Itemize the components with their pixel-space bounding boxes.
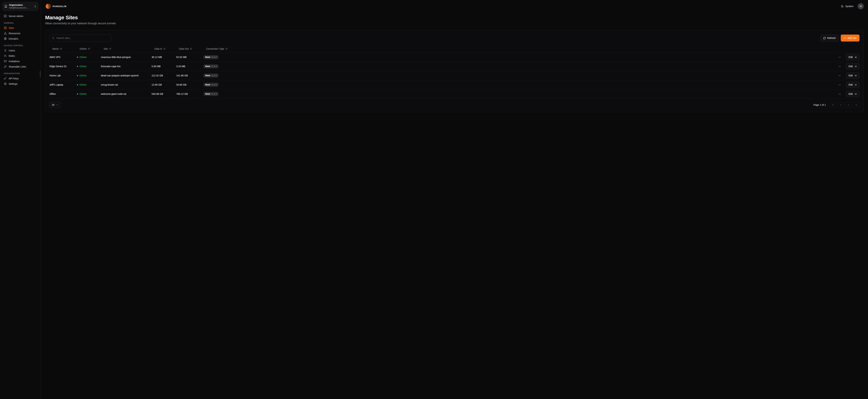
sidebar-item-users[interactable]: Users [2,48,38,53]
search-input[interactable] [56,36,109,39]
search-icon [52,37,55,39]
refresh-icon [823,37,826,39]
sidebar-item-settings[interactable]: Settings [2,81,38,87]
column-header-site[interactable]: Site [101,48,152,50]
connection-type-label: Newt [205,93,210,95]
site-status-cell: Online [77,74,101,77]
online-dot-icon [77,66,78,67]
row-menu-button[interactable] [837,64,842,69]
key-icon [4,77,7,80]
connection-version-label: v1.3.2 [211,84,217,86]
edit-button[interactable]: Edit [846,54,860,60]
sites-icon [4,26,7,29]
column-header-name[interactable]: Name [50,48,77,50]
table-header-row: Name Online Site Data In [50,45,860,53]
column-header-label: Name [52,48,59,50]
plus-icon [843,37,846,39]
add-site-button[interactable]: Add Site [841,35,860,41]
data-out-cell: 3.20 MB [176,65,203,68]
sort-icon [163,48,166,50]
data-in-cell: 534.98 GB [152,93,176,95]
edit-button[interactable]: Edit [846,82,860,88]
row-actions: Edit [244,82,860,88]
page-size-select[interactable]: 20 [50,102,61,108]
table-row: AWS VPC Online vivacious-little-blue-pen… [50,53,860,62]
sidebar-scrollbar-thumb[interactable] [40,71,40,77]
column-header-data-in[interactable]: Data In [152,48,176,50]
edit-label: Edit [848,74,853,77]
data-out-cell: 141.68 GB [176,74,203,77]
sidebar-item-label: Shareable Links [9,65,26,68]
connection-type-cell: Newt v1.3.2 [203,55,244,59]
column-header-online[interactable]: Online [77,48,101,50]
table-body: AWS VPC Online vivacious-little-blue-pen… [50,53,860,99]
online-dot-icon [77,75,78,76]
org-selector-text: Organization milo@fossorial.io's ... [9,4,32,9]
row-menu-button[interactable] [837,55,842,59]
refresh-button[interactable]: Refresh [820,35,839,41]
moon-icon [841,5,844,8]
data-in-cell: 112.42 GB [152,74,176,77]
avatar[interactable]: M [858,3,864,9]
next-page-button[interactable] [845,102,852,108]
page-size-value: 20 [52,103,55,106]
sidebar-item-domains[interactable]: Domains [2,36,38,41]
sidebar-item-shareable-links[interactable]: Shareable Links [2,64,38,69]
globe-icon [4,37,7,40]
brand-link[interactable]: PANGOLIN [45,3,66,9]
column-header-connection-type[interactable]: Connection Type [203,48,244,50]
add-site-label: Add Site [847,37,857,39]
last-page-button[interactable] [853,102,860,108]
column-header-label: Site [104,48,108,50]
server-icon [4,14,7,18]
online-label: Online [80,93,87,95]
sidebar-item-sites[interactable]: Sites [2,25,38,31]
connection-badge: Newt v1.3.2 [203,92,219,96]
site-status-cell: Online [77,93,101,95]
sidebar-item-label: Settings [9,83,18,85]
site-name-cell: AWS VPC [50,56,77,59]
sites-toolbar: Refresh Add Site [50,35,860,41]
sidebar-item-resources[interactable]: Resources [2,31,38,36]
first-page-button[interactable] [830,102,836,108]
sidebar: Organization milo@fossorial.io's ... Ser… [0,0,41,399]
site-tunnel-cell: dead-san-joaquin-antelope-squirrel [101,74,152,77]
sidebar-item-api-keys[interactable]: API Keys [2,76,38,81]
arrow-right-icon [854,93,857,95]
column-header-data-out[interactable]: Data Out [176,48,203,50]
connection-type-label: Newt [205,56,210,58]
ellipsis-icon [838,65,841,68]
edit-button[interactable]: Edit [846,91,860,97]
edit-button[interactable]: Edit [846,72,860,79]
sidebar-item-invitations[interactable]: Invitations [2,59,38,64]
online-label: Online [80,83,87,86]
row-actions: Edit [244,54,860,60]
connection-version-label: v1.3.2 [211,93,217,95]
data-out-cell: 52.02 MB [176,56,203,59]
theme-toggle[interactable]: System [841,5,854,8]
org-selector[interactable]: Organization milo@fossorial.io's ... [2,2,38,10]
ellipsis-icon [838,93,841,95]
page-subtitle: Allow connectivity to your network throu… [45,22,864,25]
sidebar-item-server-admin[interactable]: Server Admin [2,13,38,19]
connection-type-cell: Newt v1.3.2 [203,92,244,96]
main-content: PANGOLIN System M Manage Sites Allow con… [41,0,868,399]
site-status-cell: Online [77,56,101,59]
sidebar-item-label: Roles [9,55,15,57]
site-name-cell: Office [50,93,77,95]
connection-version-label: v1.3.2 [211,65,217,67]
pager: Page 1 of 1 [813,102,860,108]
row-actions: Edit [244,91,860,97]
edit-button[interactable]: Edit [846,63,860,69]
row-menu-button[interactable] [837,73,842,78]
site-status-cell: Online [77,83,101,86]
previous-page-button[interactable] [837,102,844,108]
sidebar-item-roles[interactable]: Roles [2,53,38,59]
row-menu-button[interactable] [837,92,842,96]
org-subtitle: milo@fossorial.io's ... [9,7,32,9]
site-tunnel-cell: vivacious-little-blue-penguin [101,56,152,59]
data-in-cell: 30.12 MB [152,56,176,59]
online-dot-icon [77,57,78,58]
row-menu-button[interactable] [837,83,842,87]
data-out-cell: 780.12 GB [176,93,203,95]
